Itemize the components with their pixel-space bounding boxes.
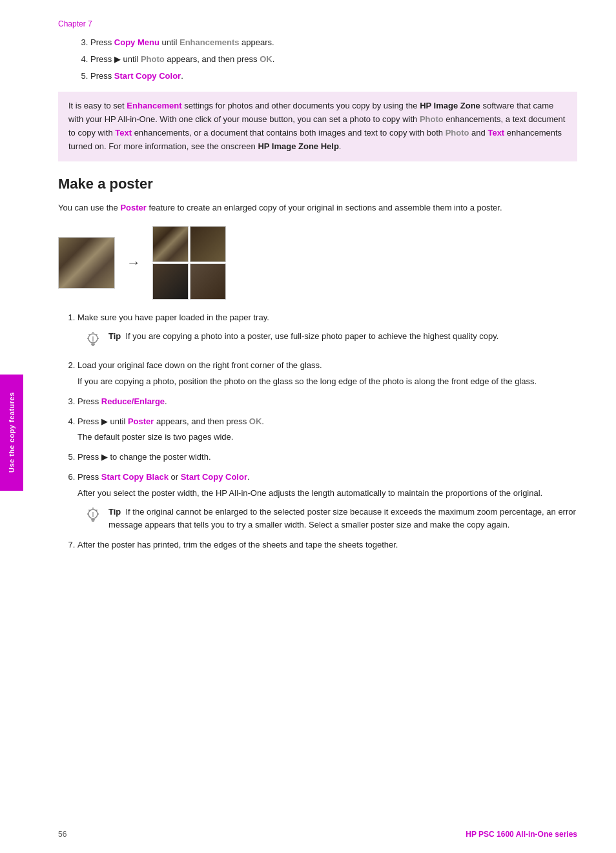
list-item: After the poster has printed, trim the e…: [77, 539, 577, 552]
start-copy-black-kw: Start Copy Black: [101, 472, 169, 482]
tip-2-text: Tip If the original cannot be enlarged t…: [108, 506, 577, 533]
poster-tile-bl: [152, 263, 189, 300]
arrow-icon: →: [127, 254, 141, 271]
enhancement-kw: Enhancement: [127, 101, 181, 110]
section-title: Make a poster: [58, 176, 577, 192]
list-item: Press Copy Menu until Enhancements appea…: [90, 36, 577, 50]
tip-box-1: Tip If you are copying a photo into a po…: [77, 330, 577, 353]
start-copy-color-kw2: Start Copy Color: [181, 472, 247, 482]
tip-1-text: Tip If you are copying a photo into a po…: [108, 330, 498, 344]
tip-box-2: Tip If the original cannot be enlarged t…: [77, 506, 577, 533]
pre-section-list: Press Copy Menu until Enhancements appea…: [58, 36, 577, 83]
step-2-text: Load your original face down on the righ…: [77, 360, 322, 370]
list-item: Make sure you have paper loaded in the p…: [77, 311, 577, 353]
copy-menu-kw: Copy Menu: [114, 37, 159, 47]
list-item: Press Start Copy Black or Start Copy Col…: [77, 471, 577, 532]
list-item: Load your original face down on the righ…: [77, 359, 577, 389]
poster-tile-br: [190, 263, 226, 300]
svg-line-15: [89, 509, 90, 511]
reduce-enlarge-kw: Reduce/Enlarge: [101, 396, 165, 406]
list-item: Press Start Copy Color.: [90, 70, 577, 83]
chapter-label: Chapter 7: [58, 19, 577, 28]
hp-image-zone-help-kw: HP Image Zone Help: [258, 141, 338, 151]
step-2-sub: If you are copying a photo, position the…: [77, 375, 577, 389]
steps-list: Make sure you have paper loaded in the p…: [58, 311, 577, 552]
text-kw2: Text: [488, 128, 504, 138]
list-item: Press ▶ until Photo appears, and then pr…: [90, 53, 577, 67]
svg-line-16: [96, 509, 98, 511]
section-intro: You can use the Poster feature to create…: [58, 201, 577, 215]
poster-large-image: [152, 226, 226, 300]
footer: 56 HP PSC 1600 All-in-One series: [0, 830, 616, 839]
poster-tile-tr: [190, 226, 226, 262]
photo-kw3: Photo: [446, 128, 469, 138]
poster-kw: Poster: [120, 203, 146, 212]
ok-kw: OK: [260, 54, 272, 64]
tip-icon-2: [84, 507, 102, 528]
tip-icon: [84, 331, 102, 353]
text-kw: Text: [115, 128, 132, 138]
photo-kw2: Photo: [420, 114, 444, 124]
page-number: 56: [58, 830, 67, 839]
step-7-text: After the poster has printed, trim the e…: [77, 540, 398, 550]
hp-image-zone-kw: HP Image Zone: [420, 101, 480, 110]
photo-kw: Photo: [141, 54, 165, 64]
poster-illustration: →: [58, 226, 577, 300]
step-4-sub: The default poster size is two pages wid…: [77, 431, 577, 444]
step-5-text: Press ▶ to change the poster width.: [77, 452, 211, 462]
enhancements-kw: Enhancements: [180, 37, 239, 47]
list-item: Press ▶ to change the poster width.: [77, 451, 577, 464]
list-item: Press ▶ until Poster appears, and then p…: [77, 415, 577, 445]
product-name: HP PSC 1600 All-in-One series: [466, 830, 577, 839]
poster-tile-tl: [152, 226, 189, 262]
highlight-box: It is easy to set Enhancement settings f…: [58, 92, 577, 161]
ok-kw2: OK: [249, 416, 262, 426]
poster-small-image: [58, 237, 115, 289]
start-copy-color-kw: Start Copy Color: [114, 71, 181, 81]
svg-line-6: [96, 334, 98, 336]
poster-kw2: Poster: [128, 416, 154, 426]
svg-line-5: [89, 334, 90, 336]
highlight-text: It is easy to set Enhancement settings f…: [68, 101, 565, 150]
list-item: Press Reduce/Enlarge.: [77, 395, 577, 409]
step-1-text: Make sure you have paper loaded in the p…: [77, 313, 269, 322]
step-6-sub: After you select the poster width, the H…: [77, 487, 577, 500]
